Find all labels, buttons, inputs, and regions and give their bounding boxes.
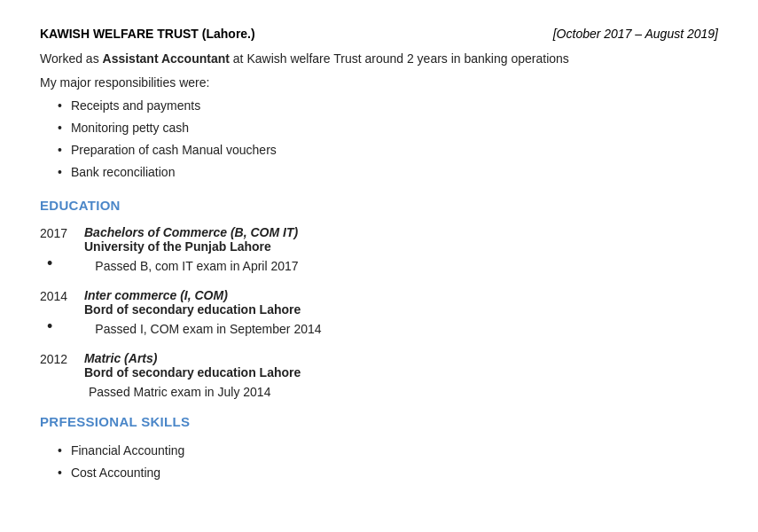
education-section-title: EDUCATION (40, 198, 718, 213)
responsibilities-list: Receipts and payments Monitoring petty c… (58, 97, 718, 182)
education-entry-2: 2014 Inter commerce (I, COM) Bord of sec… (40, 288, 718, 339)
edu-row-3: 2012 Matric (Arts) Bord of secondary edu… (40, 351, 718, 379)
list-item: Financial Accounting (58, 442, 718, 460)
skills-section-title: PRFESSIONAL SKILLS (40, 414, 718, 429)
list-item: Cost Accounting (58, 464, 718, 482)
edu-bullet-row-2: • Passed I, COM exam in September 2014 (47, 320, 718, 339)
bullet-icon-2: • (47, 318, 52, 334)
edu-note-1: Passed B, com IT exam in April 2017 (59, 257, 298, 276)
list-item: Monitoring petty cash (58, 119, 718, 137)
edu-year-2: 2014 (40, 288, 84, 303)
edu-degree-3: Matric (Arts) (84, 351, 718, 365)
edu-row-2: 2014 Inter commerce (I, COM) Bord of sec… (40, 288, 718, 317)
edu-degree-1: Bachelors of Commerce (B, COM IT) (84, 225, 718, 239)
edu-row-1: 2017 Bachelors of Commerce (B, COM IT) U… (40, 225, 718, 254)
education-entry-1: 2017 Bachelors of Commerce (B, COM IT) U… (40, 225, 718, 276)
list-item: Receipts and payments (58, 97, 718, 115)
edu-details-1: Bachelors of Commerce (B, COM IT) Univer… (84, 225, 718, 254)
list-item: Preparation of cash Manual vouchers (58, 141, 718, 160)
intro-normal: Worked as (40, 51, 103, 66)
list-item: Bank reconciliation (58, 163, 718, 182)
education-entry-3: 2012 Matric (Arts) Bord of secondary edu… (40, 351, 718, 402)
edu-details-2: Inter commerce (I, COM) Bord of secondar… (84, 288, 718, 317)
resume-page: KAWISH WELFARE TRUST (Lahore.) [October … (0, 0, 758, 532)
intro-text: Worked as Assistant Accountant at Kawish… (40, 50, 718, 68)
intro-bold: Assistant Accountant (103, 51, 230, 66)
edu-bullet-row-1: • Passed B, com IT exam in April 2017 (47, 257, 718, 276)
skills-list: Financial Accounting Cost Accounting (58, 442, 718, 482)
date-range: [October 2017 – August 2019] (553, 27, 718, 41)
edu-year-1: 2017 (40, 225, 84, 240)
company-header: KAWISH WELFARE TRUST (Lahore.) [October … (40, 27, 718, 41)
responsibilities-label: My major responsibilities were: (40, 75, 718, 90)
company-name: KAWISH WELFARE TRUST (Lahore.) (40, 27, 255, 41)
edu-note-3: Passed Matric exam in July 2014 (89, 383, 718, 402)
edu-year-3: 2012 (40, 351, 84, 366)
edu-institution-3: Bord of secondary education Lahore (84, 365, 718, 379)
intro-rest: at Kawish welfare Trust around 2 years i… (230, 51, 569, 66)
edu-note-2: Passed I, COM exam in September 2014 (59, 320, 321, 339)
edu-institution-2: Bord of secondary education Lahore (84, 302, 718, 317)
edu-degree-2: Inter commerce (I, COM) (84, 288, 718, 302)
edu-institution-1: University of the Punjab Lahore (84, 239, 718, 254)
bullet-icon-1: • (47, 255, 52, 271)
edu-details-3: Matric (Arts) Bord of secondary educatio… (84, 351, 718, 379)
